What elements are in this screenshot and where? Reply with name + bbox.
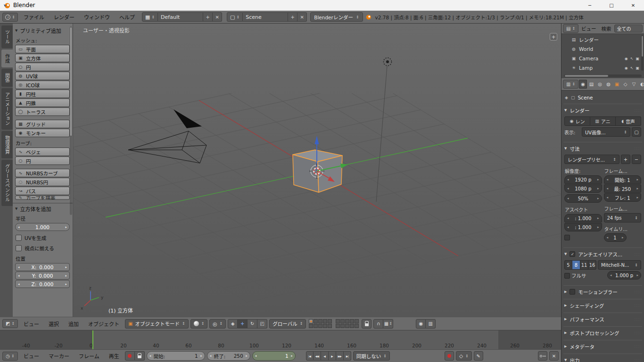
step-left-icon[interactable]: ◂ xyxy=(567,187,569,190)
aspect-x-field[interactable]: ◂: 1.000▸ xyxy=(564,214,602,222)
prev-keyframe-button[interactable]: ◀◀ xyxy=(314,351,321,361)
layer-cell[interactable] xyxy=(309,324,313,328)
selectability-cursor-icon[interactable]: ↖ xyxy=(630,57,634,61)
render-button[interactable]: ◉レン xyxy=(564,116,590,126)
menu-search[interactable]: 検索 xyxy=(599,25,614,32)
panel-grip[interactable]: :::: xyxy=(634,304,641,308)
pin-icon[interactable]: ◈ xyxy=(565,95,568,100)
step-right-icon[interactable]: ▸ xyxy=(597,187,599,190)
menu-window[interactable]: ウィンドウ xyxy=(80,13,114,21)
step-right-icon[interactable]: ▸ xyxy=(636,178,638,181)
step-left-icon[interactable]: ◂ xyxy=(255,354,257,358)
step-right-icon[interactable]: ▸ xyxy=(246,354,248,358)
step-left-icon[interactable]: ◂ xyxy=(18,265,20,269)
panel-grip[interactable]: :::: xyxy=(634,345,641,349)
location-z-field[interactable]: ◂ Z: 0.000 ▸ xyxy=(15,280,70,288)
aa-samples-8-button[interactable]: 8 xyxy=(572,260,580,270)
selectability-cursor-icon[interactable]: ↖ xyxy=(630,66,634,70)
step-left-icon[interactable]: ◂ xyxy=(567,216,569,220)
step-right-icon[interactable]: ▸ xyxy=(597,178,599,181)
add-preset-button[interactable]: + xyxy=(621,155,630,164)
tab-world[interactable]: ◍ xyxy=(604,80,612,89)
menu-view[interactable]: ビュー xyxy=(579,25,599,32)
menu-marker[interactable]: マーカー xyxy=(45,352,73,360)
maximize-button[interactable]: □ xyxy=(601,0,622,10)
step-left-icon[interactable]: ◂ xyxy=(210,354,212,358)
outliner-horizontal-scrollbar[interactable] xyxy=(561,74,644,78)
keying-set-select[interactable]: ◇ ↕ xyxy=(456,351,472,361)
next-keyframe-button[interactable]: ▶▶ xyxy=(336,351,344,361)
lock-to-scene-button[interactable] xyxy=(362,319,372,329)
panel-performance-header[interactable]: ▶ パフォーマンス :::: xyxy=(564,313,641,325)
frame-start-field[interactable]: ◂ 開始: 1 ▸ xyxy=(147,351,205,361)
viewport-scene[interactable]: z y x xyxy=(0,24,561,317)
menu-select[interactable]: 選択 xyxy=(45,320,63,328)
menu-render[interactable]: レンダー xyxy=(50,13,78,21)
timeline-editor-type-button[interactable]: ◷ ↕ xyxy=(2,352,18,361)
mode-select[interactable]: ▣ オブジェクトモード ↕ xyxy=(125,319,189,329)
region-expand-button[interactable]: + xyxy=(550,33,557,41)
layer-cell[interactable] xyxy=(309,319,313,323)
opengl-render-anim-button[interactable]: ▥ xyxy=(426,319,436,329)
record-button[interactable] xyxy=(445,351,454,361)
radius-field[interactable]: ◂ 1.000 ▸ xyxy=(15,223,70,231)
layer-cell[interactable] xyxy=(314,324,318,328)
location-x-field[interactable]: ◂ X: 0.000 ▸ xyxy=(15,263,70,271)
step-right-icon[interactable]: ▸ xyxy=(597,197,599,200)
panel-render-header[interactable]: ▼ レンダー :::: xyxy=(564,104,641,116)
add-screen-button[interactable]: + xyxy=(203,12,213,22)
outliner-item-lamp[interactable]: ☀ Lamp ◉ ↖ ▣ xyxy=(561,63,644,73)
menu-view[interactable]: ビュー xyxy=(20,320,43,328)
view3d-editor-type-button[interactable]: ◩ ↕ xyxy=(2,319,18,328)
add-cylinder-button[interactable]: ▮円柱 xyxy=(15,90,70,98)
tab-tools[interactable]: ツール xyxy=(1,25,13,48)
play-audio-button[interactable]: ◖音声 xyxy=(616,116,641,126)
pivot-point-select[interactable]: ◎ ↕ xyxy=(209,319,226,329)
layer-cell[interactable] xyxy=(336,319,340,323)
layer-cell[interactable] xyxy=(340,319,345,323)
outliner-editor-type-button[interactable]: ▤ ↕ xyxy=(563,24,578,33)
remove-preset-button[interactable]: − xyxy=(632,155,641,164)
tab-relations[interactable]: 関係 xyxy=(1,69,13,87)
step-right-icon[interactable]: ▸ xyxy=(597,225,599,229)
scene-name[interactable]: Scene xyxy=(243,12,288,22)
layer-cell[interactable] xyxy=(318,324,322,328)
menu-frame[interactable]: フレーム xyxy=(75,352,103,360)
menu-file[interactable]: ファイル xyxy=(20,13,48,21)
add-torus-button[interactable]: ◯トーラス xyxy=(15,107,70,116)
step-left-icon[interactable]: ◂ xyxy=(610,273,612,277)
layer-cell[interactable] xyxy=(318,319,322,323)
aa-samples-16-button[interactable]: 16 xyxy=(588,260,596,270)
panel-motion-blur-header[interactable]: ▶ モーションブラー :::: xyxy=(564,286,641,298)
insert-keyframe-button[interactable] xyxy=(538,351,547,361)
draw-curve-button[interactable]: ✎カーブを描画 xyxy=(15,196,70,200)
tab-render[interactable]: ◉ xyxy=(579,80,587,89)
full-sample-checkbox[interactable] xyxy=(564,273,570,279)
step-left-icon[interactable]: ◂ xyxy=(18,282,20,286)
menu-view[interactable]: ビュー xyxy=(20,352,43,360)
step-left-icon[interactable]: ◂ xyxy=(567,178,569,181)
tab-constraints[interactable]: ◇ xyxy=(621,80,629,89)
tab-render-layers[interactable]: ▤ xyxy=(587,80,595,89)
step-left-icon[interactable]: ◂ xyxy=(607,178,609,181)
panel-grip[interactable]: :::: xyxy=(634,317,641,321)
add-nurbs-curve-button[interactable]: ∿NURBSカーブ xyxy=(15,169,70,177)
outliner-item-camera[interactable]: ▣ Camera ◉ ↖ ▣ xyxy=(561,54,644,63)
layer-cell[interactable] xyxy=(355,319,359,323)
jump-to-start-button[interactable]: |◀ xyxy=(306,351,314,361)
align-to-view-checkbox[interactable] xyxy=(16,245,22,251)
add-circle-curve-button[interactable]: ○円 xyxy=(15,156,70,165)
aspect-y-field[interactable]: ◂: 1.000▸ xyxy=(564,223,602,231)
menu-object[interactable]: オブジェクト xyxy=(84,320,123,328)
layer-cell[interactable] xyxy=(328,319,332,323)
step-left-icon[interactable]: ◂ xyxy=(149,354,151,358)
layer-cell[interactable] xyxy=(314,319,318,323)
close-button[interactable]: ✕ xyxy=(622,0,644,10)
render-engine-select[interactable]: Blenderレンダー ↕ xyxy=(310,12,363,22)
frame-end-field[interactable]: ◂ 終了: 250 ▸ xyxy=(207,351,250,361)
layer-cell[interactable] xyxy=(323,324,327,328)
playhead[interactable] xyxy=(92,330,93,349)
add-monkey-button[interactable]: ◉モンキー xyxy=(15,129,70,137)
step-right-icon[interactable]: ▸ xyxy=(65,265,67,269)
timeline[interactable]: -40 -20 0 20 40 60 80 100 120 140 160 18… xyxy=(0,330,561,349)
